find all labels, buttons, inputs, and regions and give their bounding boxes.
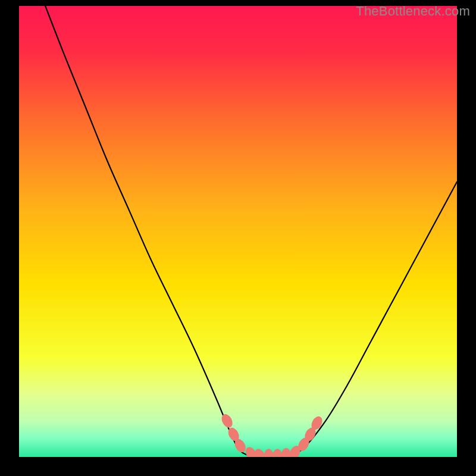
bottleneck-chart [19,6,457,457]
gradient-background [19,6,457,457]
watermark-text: TheBottleneck.com [356,4,470,19]
chart-frame: TheBottleneck.com [0,0,476,476]
chart-plot-area [19,6,457,457]
